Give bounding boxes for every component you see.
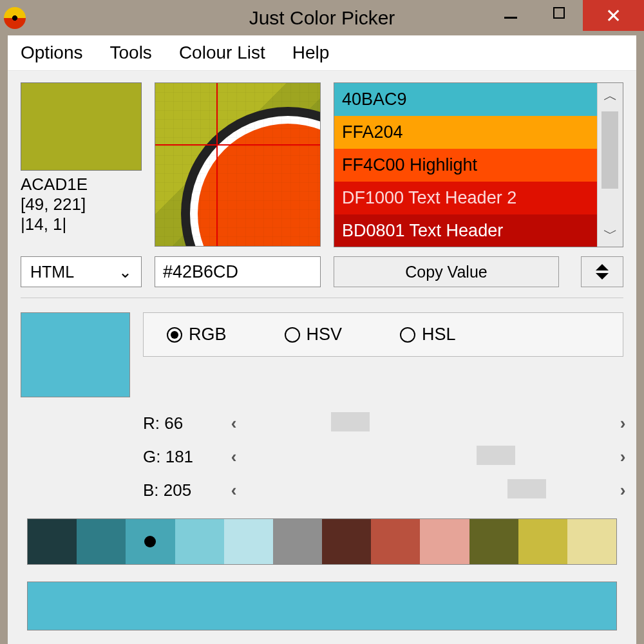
color-value-field[interactable]: #42B6CD xyxy=(155,256,321,287)
menu-options[interactable]: Options xyxy=(21,43,83,63)
channel-b: B: 205 ‹ › xyxy=(143,473,636,507)
slider-right-icon[interactable]: › xyxy=(609,443,636,470)
palette-swatch[interactable] xyxy=(224,519,273,564)
slider-left-icon[interactable]: ‹ xyxy=(220,443,247,470)
palette-swatch[interactable] xyxy=(420,519,469,564)
client-area: Options Tools Colour List Help ACAD1E [4… xyxy=(8,35,636,644)
slider-thumb[interactable] xyxy=(331,412,370,431)
color-value-text: #42B6CD xyxy=(163,262,238,282)
minimize-button[interactable] xyxy=(486,0,535,26)
stepper-down-icon xyxy=(596,273,609,279)
color-model-group: RGB HSV HSL xyxy=(143,312,623,357)
slider-right-icon[interactable]: › xyxy=(609,477,636,504)
close-button[interactable]: ✕ xyxy=(583,0,644,31)
stepper-up-icon xyxy=(596,264,609,270)
picked-column: ACAD1E [49, 221] |14, 1| xyxy=(21,82,142,247)
picked-hex: ACAD1E xyxy=(21,175,142,194)
palette-swatch[interactable] xyxy=(175,519,224,564)
channel-r-label: R: 66 xyxy=(143,413,220,433)
scroll-up-icon[interactable]: ︿ xyxy=(598,83,623,109)
scroll-down-icon[interactable]: ﹀ xyxy=(598,221,623,247)
colour-list-item[interactable]: BD0801 Text Header xyxy=(334,214,597,247)
palette-selected-dot-icon xyxy=(144,536,156,547)
channel-r: R: 66 ‹ › xyxy=(143,406,636,440)
palette-swatch[interactable] xyxy=(518,519,567,564)
zoom-column xyxy=(155,82,321,247)
menu-help[interactable]: Help xyxy=(292,43,330,63)
colour-list-item[interactable]: FF4C00 Highlight xyxy=(334,149,597,182)
palette-swatch[interactable] xyxy=(371,519,420,564)
colour-list-scrollbar[interactable]: ︿ ﹀ xyxy=(597,83,623,247)
slider-left-icon[interactable]: ‹ xyxy=(220,477,247,504)
crosshair-v-icon xyxy=(216,83,218,246)
slider-thumb[interactable] xyxy=(477,446,515,465)
radio-dot-icon xyxy=(285,327,300,343)
picked-rel-pos: |14, 1| xyxy=(21,214,142,234)
colour-list[interactable]: 40BAC9FFA204FF4C00 HighlightDF1000 Text … xyxy=(334,82,623,247)
radio-rgb-label: RGB xyxy=(189,325,227,345)
selected-swatch xyxy=(21,312,130,397)
colour-list-item[interactable]: FFA204 xyxy=(334,116,597,149)
maximize-button[interactable] xyxy=(535,0,583,26)
radio-rgb[interactable]: RGB xyxy=(167,325,227,345)
list-stepper[interactable] xyxy=(581,256,623,287)
channel-r-slider[interactable]: ‹ › xyxy=(220,410,636,437)
channel-g-label: G: 181 xyxy=(143,447,220,467)
radio-hsv[interactable]: HSV xyxy=(285,325,343,345)
palette-swatch[interactable] xyxy=(77,519,126,564)
channel-b-label: B: 205 xyxy=(143,480,220,500)
palette-swatch[interactable] xyxy=(322,519,371,564)
titlebar: Just Color Picker ✕ xyxy=(0,0,644,35)
top-row: ACAD1E [49, 221] |14, 1| 40BAC9FFA204FF4… xyxy=(8,71,636,247)
zoom-preview xyxy=(155,82,321,247)
channel-g-slider[interactable]: ‹ › xyxy=(220,443,636,470)
palette-swatch[interactable] xyxy=(126,519,175,564)
picked-meta: ACAD1E [49, 221] |14, 1| xyxy=(21,175,142,235)
app-icon xyxy=(4,7,26,29)
copy-value-button[interactable]: Copy Value xyxy=(334,256,559,287)
channel-g: G: 181 ‹ › xyxy=(143,440,636,473)
menu-colour-list[interactable]: Colour List xyxy=(179,43,265,63)
radio-dot-icon xyxy=(400,327,415,343)
scroll-thumb[interactable] xyxy=(601,111,618,189)
editor-row: RGB HSV HSL xyxy=(8,298,636,397)
channel-b-slider[interactable]: ‹ › xyxy=(220,477,636,504)
menu-tools[interactable]: Tools xyxy=(110,43,152,63)
picked-screen-pos: [49, 221] xyxy=(21,194,142,214)
crosshair-h-icon xyxy=(155,144,320,146)
palette-swatch[interactable] xyxy=(469,519,518,564)
colour-list-item[interactable]: DF1000 Text Header 2 xyxy=(334,182,597,214)
model-area: RGB HSV HSL xyxy=(143,312,623,397)
chevron-down-icon: ⌄ xyxy=(118,263,132,281)
window-buttons: ✕ xyxy=(486,0,644,29)
palette-swatch[interactable] xyxy=(28,519,77,564)
channels: R: 66 ‹ › G: 181 ‹ › B: 205 ‹ xyxy=(8,406,636,507)
slider-left-icon[interactable]: ‹ xyxy=(220,410,247,437)
slider-right-icon[interactable]: › xyxy=(609,410,636,437)
slider-thumb[interactable] xyxy=(507,479,546,498)
value-row: HTML ⌄ #42B6CD Copy Value xyxy=(8,247,636,298)
radio-hsv-label: HSV xyxy=(307,325,343,345)
radio-dot-icon xyxy=(167,327,182,343)
palette-swatch[interactable] xyxy=(567,519,616,564)
format-selected: HTML xyxy=(30,263,74,281)
colour-list-column: 40BAC9FFA204FF4C00 HighlightDF1000 Text … xyxy=(334,82,623,247)
copy-value-label: Copy Value xyxy=(405,263,487,281)
app-window: Just Color Picker ✕ Options Tools Colour… xyxy=(0,0,644,644)
radio-hsl[interactable]: HSL xyxy=(400,325,456,345)
radio-hsl-label: HSL xyxy=(422,325,456,345)
menubar: Options Tools Colour List Help xyxy=(8,35,636,71)
palette-row xyxy=(27,518,617,565)
palette-swatch[interactable] xyxy=(273,519,322,564)
gradient-bar[interactable] xyxy=(27,582,617,630)
picked-swatch xyxy=(21,82,142,171)
format-dropdown[interactable]: HTML ⌄ xyxy=(21,256,142,287)
colour-list-item[interactable]: 40BAC9 xyxy=(334,83,597,116)
